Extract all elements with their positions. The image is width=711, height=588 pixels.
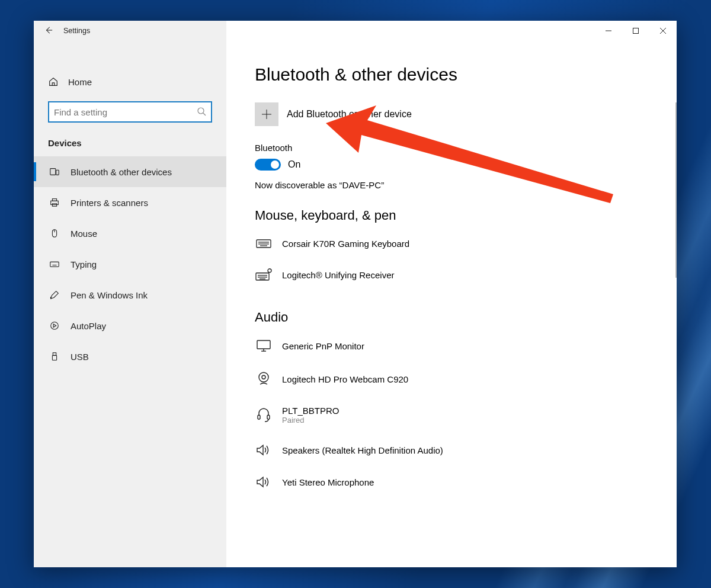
sidebar-item-pen[interactable]: Pen & Windows Ink: [34, 279, 226, 310]
device-status: Paired: [282, 416, 339, 425]
add-device-label: Add Bluetooth or other device: [287, 109, 412, 120]
device-name: PLT_BBTPRO: [282, 406, 339, 416]
sidebar-item-autoplay[interactable]: AutoPlay: [34, 310, 226, 341]
maximize-button[interactable]: [622, 21, 649, 41]
device-name: Corsair K70R Gaming Keyboard: [282, 239, 409, 249]
devices-icon: [49, 166, 60, 177]
group-title-mkp: Mouse, keyboard, & pen: [255, 208, 677, 223]
svg-rect-7: [56, 170, 59, 175]
bluetooth-toggle-state: On: [288, 159, 300, 170]
device-name: Generic PnP Monitor: [282, 341, 364, 351]
svg-rect-20: [53, 353, 56, 356]
device-row[interactable]: Corsair K70R Gaming Keyboard: [255, 232, 677, 255]
svg-rect-8: [51, 201, 59, 204]
device-row[interactable]: Speakers (Realtek High Definition Audio): [255, 438, 677, 462]
add-device-button[interactable]: Add Bluetooth or other device: [255, 102, 677, 126]
bluetooth-label: Bluetooth: [255, 143, 677, 153]
page-title: Bluetooth & other devices: [255, 65, 677, 85]
sidebar-item-label: Pen & Windows Ink: [71, 290, 148, 300]
sidebar-item-typing[interactable]: Typing: [34, 249, 226, 279]
device-row[interactable]: Yeti Stereo Microphone: [255, 470, 677, 494]
minimize-icon: [606, 28, 611, 34]
keyboard-icon: [255, 237, 273, 249]
close-icon: [660, 28, 666, 34]
svg-rect-9: [52, 199, 56, 201]
settings-window: Settings Home Device: [34, 21, 677, 567]
mouse-icon: [49, 228, 60, 239]
svg-rect-13: [50, 262, 59, 266]
device-row[interactable]: PLT_BBTPRO Paired: [255, 400, 677, 430]
device-row[interactable]: Generic PnP Monitor: [255, 333, 677, 358]
usb-icon: [49, 351, 60, 362]
svg-rect-38: [258, 415, 260, 419]
svg-rect-21: [52, 355, 56, 360]
webcam-icon: [255, 371, 273, 387]
sidebar-item-label: Printers & scanners: [71, 198, 148, 208]
svg-point-32: [268, 269, 271, 272]
close-button[interactable]: [649, 21, 677, 41]
titlebar: Settings: [34, 21, 677, 41]
back-arrow-icon: [44, 26, 53, 34]
discoverable-text: Now discoverable as “DAVE-PC”: [255, 180, 677, 190]
headset-icon: [255, 407, 273, 423]
device-name: Logitech HD Pro Webcam C920: [282, 374, 408, 384]
sidebar-item-label: Bluetooth & other devices: [71, 167, 172, 177]
keyboard-icon: [49, 259, 60, 269]
sidebar: Home Devices Bluetooth & other devices P…: [34, 41, 226, 567]
search-box[interactable]: [48, 101, 212, 123]
svg-point-37: [262, 375, 265, 379]
sidebar-item-bluetooth[interactable]: Bluetooth & other devices: [34, 156, 226, 187]
printer-icon: [49, 197, 60, 208]
speaker-icon: [255, 475, 273, 489]
sidebar-home-label: Home: [68, 77, 92, 87]
window-title: Settings: [63, 27, 90, 35]
sidebar-item-label: Typing: [71, 259, 97, 269]
sidebar-item-label: AutoPlay: [71, 321, 106, 331]
maximize-icon: [633, 28, 639, 34]
sidebar-home[interactable]: Home: [34, 69, 226, 94]
device-name: Logitech® Unifying Receiver: [282, 270, 394, 280]
back-button[interactable]: [34, 26, 63, 36]
pen-icon: [49, 290, 60, 300]
sidebar-item-label: USB: [71, 352, 89, 362]
scrollbar[interactable]: [675, 102, 677, 278]
svg-rect-33: [257, 340, 270, 349]
device-row[interactable]: Logitech HD Pro Webcam C920: [255, 365, 677, 393]
sidebar-item-label: Mouse: [71, 229, 97, 239]
svg-rect-1: [633, 28, 639, 34]
plus-icon: [255, 102, 278, 126]
svg-rect-39: [267, 415, 270, 419]
svg-line-5: [203, 113, 206, 115]
search-icon: [197, 107, 206, 118]
svg-rect-6: [50, 169, 56, 175]
device-row[interactable]: Logitech® Unifying Receiver: [255, 262, 677, 287]
device-name: Speakers (Realtek High Definition Audio): [282, 445, 443, 455]
speaker-icon: [255, 444, 273, 457]
bluetooth-toggle[interactable]: [255, 159, 281, 171]
sidebar-section-label: Devices: [34, 133, 226, 156]
monitor-icon: [255, 339, 273, 352]
device-name: Yeti Stereo Microphone: [282, 477, 374, 487]
sidebar-item-usb[interactable]: USB: [34, 341, 226, 372]
keyboard-dongle-icon: [255, 268, 273, 281]
svg-point-36: [259, 372, 268, 382]
sidebar-item-printers[interactable]: Printers & scanners: [34, 187, 226, 218]
main-content: Bluetooth & other devices Add Bluetooth …: [226, 41, 677, 567]
group-title-audio: Audio: [255, 310, 677, 325]
search-input[interactable]: [52, 105, 197, 120]
sidebar-item-mouse[interactable]: Mouse: [34, 218, 226, 249]
svg-point-4: [198, 108, 204, 114]
minimize-button[interactable]: [595, 21, 622, 41]
autoplay-icon: [49, 320, 60, 331]
home-icon: [48, 76, 59, 87]
svg-point-19: [51, 322, 59, 330]
